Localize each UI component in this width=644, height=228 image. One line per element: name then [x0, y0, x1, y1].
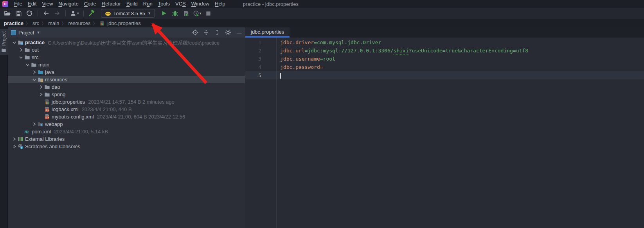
text-caret	[280, 73, 281, 79]
window-title: practice - jdbc.properties	[243, 1, 299, 7]
chevron-right-icon[interactable]	[38, 92, 44, 97]
breadcrumb-item-practice[interactable]: practice	[4, 20, 23, 26]
xml-file-icon	[44, 114, 50, 120]
tree-row-mybatis-config-xml[interactable]: mybatis-config.xml2023/4/4 21:00, 604 B …	[8, 113, 245, 120]
tree-label: pom.xml	[32, 129, 51, 135]
chevron-right-icon[interactable]	[11, 144, 17, 149]
tree-row-jdbc-properties[interactable]: jdbc.properties2023/4/21 14:57, 154 B 2 …	[8, 98, 245, 106]
build-hammer-button[interactable]	[87, 9, 97, 18]
breadcrumb-item-src[interactable]: src	[32, 20, 39, 26]
stop-button[interactable]	[203, 9, 214, 18]
tree-row-webapp[interactable]: webapp	[8, 120, 245, 128]
tree-row-External-Libraries[interactable]: External Libraries	[8, 135, 245, 143]
chevron-right-icon[interactable]	[31, 121, 37, 127]
chevron-down-icon[interactable]: ▼	[36, 31, 40, 34]
chevron-right-icon[interactable]	[11, 136, 17, 142]
property-value: root	[323, 56, 335, 62]
svg-text:m: m	[24, 129, 29, 135]
collapse-all-button[interactable]	[214, 29, 221, 36]
menu-window[interactable]: Window	[189, 0, 212, 8]
project-panel-title[interactable]: Project	[18, 30, 34, 36]
project-toolwindow-icon	[11, 30, 16, 35]
tree-label: Scratches and Consoles	[25, 144, 80, 149]
breadcrumb-separator: 〉	[61, 20, 66, 26]
property-value: ?useUnicode=true&characterEncoding=utf8	[409, 48, 528, 54]
menu-tools[interactable]: Tools	[155, 0, 173, 8]
menu-code[interactable]: Code	[81, 0, 99, 8]
breadcrumb-separator: 〉	[26, 20, 30, 26]
save-icon	[15, 10, 22, 17]
folder-web-icon	[37, 121, 44, 127]
tree-label: dao	[52, 84, 60, 90]
menu-refactor[interactable]: Refactor	[99, 0, 124, 8]
tree-row-java[interactable]: java	[8, 68, 245, 76]
tree-row-main[interactable]: main	[8, 61, 245, 68]
left-toolwindow-stripe: Project	[0, 27, 8, 228]
debug-icon	[172, 10, 178, 17]
forward-button[interactable]	[52, 9, 62, 18]
menu-help[interactable]: Help	[212, 0, 228, 8]
maven-icon: m	[24, 129, 31, 135]
tree-label: out	[32, 47, 39, 53]
chevron-down-icon: ▼	[148, 11, 151, 15]
tree-row-resources[interactable]: resources	[8, 76, 245, 83]
tree-row-logback-xml[interactable]: logback.xml2023/4/4 21:00, 440 B	[8, 106, 245, 113]
tree-row-practice[interactable]: practiceC:\Users\Ning\Desktop\历史项目文件\ssm…	[8, 39, 245, 46]
project-stripe-tab[interactable]: Project	[0, 29, 8, 55]
chevron-right-icon[interactable]	[38, 84, 44, 90]
breadcrumb-item-main[interactable]: main	[48, 20, 59, 26]
breadcrumb-item-jdbc-properties[interactable]: jdbc.properties	[107, 20, 140, 26]
debug-button[interactable]	[170, 9, 180, 18]
editor-body[interactable]: 12345 jdbc.driver=com.mysql.jdbc.Driverj…	[245, 38, 644, 228]
save-button[interactable]	[13, 9, 23, 18]
tree-row-spring[interactable]: spring	[8, 91, 245, 98]
expand-all-button[interactable]	[203, 29, 210, 36]
menu-vcs[interactable]: VCS	[173, 0, 189, 8]
folder-icon	[44, 84, 50, 90]
code-line-5	[280, 71, 644, 79]
breadcrumb-item-resources[interactable]: resources	[68, 20, 90, 26]
tree-row-src[interactable]: src	[8, 54, 245, 61]
chevron-right-icon[interactable]	[31, 69, 37, 75]
profiler-button[interactable]: ▾	[192, 9, 203, 18]
menu-build[interactable]: Build	[124, 0, 140, 8]
hide-panel-button[interactable]: —	[236, 29, 243, 36]
scratches-icon	[17, 144, 24, 149]
settings-gear-icon[interactable]	[225, 29, 232, 36]
back-button[interactable]	[41, 9, 51, 18]
run-button[interactable]	[159, 9, 169, 18]
sync-button[interactable]	[24, 9, 34, 18]
collaborate-button[interactable]: ▾	[69, 9, 80, 18]
menu-navigate[interactable]: Navigate	[56, 0, 81, 8]
chevron-down-icon[interactable]	[18, 54, 24, 60]
menu-items: FileEditViewNavigateCodeRefactorBuildRun…	[11, 0, 228, 8]
tree-item-metadata: 2023/4/21 14:57, 154 B 2 minutes ago	[88, 99, 174, 105]
menu-edit[interactable]: Edit	[25, 0, 39, 8]
editor-code[interactable]: jdbc.driver=com.mysql.jdbc.Driverjdbc.ur…	[277, 38, 644, 228]
select-opened-file-button[interactable]	[192, 29, 199, 36]
properties-file-icon	[44, 99, 50, 105]
code-line-1: jdbc.driver=com.mysql.jdbc.Driver	[280, 38, 644, 47]
run-configuration-select[interactable]: Tomcat 8.5.85▼	[101, 9, 155, 18]
tree-row-dao[interactable]: dao	[8, 83, 245, 91]
chevron-right-icon[interactable]	[18, 47, 24, 53]
run-with-coverage-icon	[183, 10, 189, 17]
run-configuration-label: Tomcat 8.5.85	[113, 11, 146, 16]
run-with-coverage-button[interactable]	[181, 9, 191, 18]
tree-row-pom-xml[interactable]: mpom.xml2023/4/4 21:00, 5.14 kB	[8, 128, 245, 135]
menu-run[interactable]: Run	[140, 0, 155, 8]
tab-jdbc-properties[interactable]: jdbc.properties	[245, 27, 290, 38]
property-value: shixi	[394, 48, 409, 54]
line-number: 4	[245, 63, 276, 71]
tree-row-Scratches-and-Consoles[interactable]: Scratches and Consoles	[8, 143, 245, 150]
menu-view[interactable]: View	[39, 0, 56, 8]
chevron-down-icon[interactable]	[24, 62, 31, 68]
menu-file[interactable]: File	[11, 0, 25, 8]
chevron-down-icon[interactable]	[11, 39, 17, 45]
open-folder-button[interactable]	[2, 9, 13, 18]
tree-label: External Libraries	[25, 136, 65, 142]
chevron-down-icon[interactable]	[31, 77, 37, 83]
property-key: jdbc.username	[280, 56, 320, 62]
tree-row-out[interactable]: out	[8, 46, 245, 54]
tree-item-metadata: 2023/4/4 21:00, 5.14 kB	[54, 129, 108, 135]
